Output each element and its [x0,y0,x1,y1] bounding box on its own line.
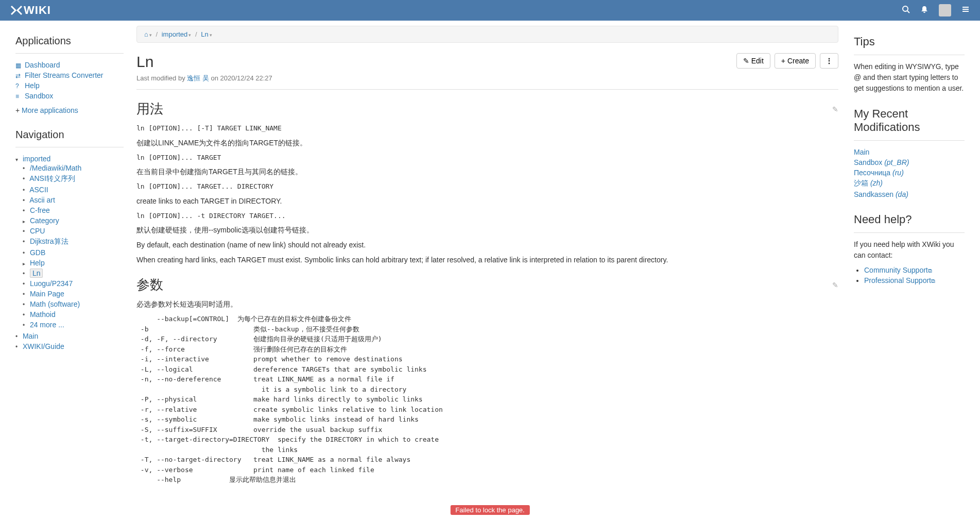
edit-button[interactable]: ✎ Edit [736,53,770,69]
action-buttons: ✎ Edit + Create ⋮ [736,53,838,69]
nav-item[interactable]: Help [30,259,45,267]
right-sidebar: Tips When editing in WYSIWYG, type @ and… [846,21,980,500]
help-links: Community Support⧉Professional Support⧉ [854,265,965,286]
caret-down-icon[interactable]: ▾ [188,32,191,38]
bullet-icon: • [23,280,28,288]
bullet-icon: • [15,343,21,350]
logo-icon [10,5,23,15]
recent-link[interactable]: Main [854,148,869,156]
more-menu-button[interactable]: ⋮ [820,53,838,69]
nav-item[interactable]: Mathoid [30,310,56,319]
search-icon[interactable] [902,5,910,15]
external-link-icon: ⧉ [931,278,935,284]
bullet-icon: • [23,270,28,277]
help-link[interactable]: Community Support⧉ [864,266,932,274]
hamburger-icon[interactable] [961,5,970,15]
recent-link[interactable]: Песочница (ru) [854,169,904,177]
nav-item[interactable]: Main Page [30,290,64,298]
bullet-icon: • [23,249,28,257]
nav-item[interactable]: Dijkstra算法 [30,237,68,245]
code-line: ln [OPTION]... [-T] TARGET LINK_NAME [136,123,838,133]
help-link[interactable]: Professional Support⧉ [864,276,935,285]
bullet-icon: • [23,165,28,172]
nav-item[interactable]: C-free [30,206,50,214]
recent-link[interactable]: Sandkassen (da) [854,190,908,198]
nav-item[interactable]: GDB [30,248,45,257]
bullet-icon: • [15,333,21,340]
caret-down-icon[interactable]: ▾ [15,157,21,162]
plus-icon: + [15,106,20,114]
nav-item[interactable]: 24 more ... [30,321,64,329]
bullet-icon: • [23,207,28,214]
section-heading: 参数 [136,276,163,294]
breadcrumb: ⌂▾ / imported▾ / Ln▾ [136,26,838,43]
nav-item[interactable]: Ln [30,269,43,278]
bullet-icon: • [23,187,28,194]
more-apps-link[interactable]: More applications [22,106,78,114]
author-link[interactable]: 逸恒 吴 [187,74,209,82]
app-link[interactable]: Help [25,81,40,90]
bullet-icon: • [23,301,28,308]
paragraph: 在当前目录中创建指向TARGET且与其同名的链接。 [136,166,838,177]
divider [15,53,124,54]
header-actions [902,4,970,16]
caret-right-icon[interactable]: ▸ [23,219,28,224]
svg-line-1 [907,11,909,13]
nav-root[interactable]: imported [23,155,50,163]
logo[interactable]: WIKI [10,4,51,17]
nav-item[interactable]: Ascii art [29,196,55,204]
app-icon: ⇄ [15,72,23,79]
code-block: --backup[=CONTROL] 为每个已存在的目标文件创建备份文件 -b … [136,314,838,485]
bullet-icon: • [23,291,28,298]
bullet-icon: • [23,228,28,235]
breadcrumb-home[interactable]: ⌂▾ [144,30,152,38]
nav-item[interactable]: Main [23,332,38,340]
app-link[interactable]: Filter Streams Converter [25,71,103,79]
main-content: ⌂▾ / imported▾ / Ln▾ Ln ✎ Edit + Create … [129,21,846,500]
applications-list: ▦Dashboard⇄Filter Streams Converter?Help… [15,60,124,101]
app-icon: ≡ [15,93,23,100]
nav-item[interactable]: Luogu/P2347 [30,279,73,288]
divider [854,55,965,55]
avatar[interactable] [939,4,951,16]
nav-item[interactable]: XWIKI/Guide [23,342,64,350]
page-title: Ln [136,53,153,71]
breadcrumb-item[interactable]: Ln [201,30,208,38]
app-link[interactable]: Dashboard [25,61,60,69]
tips-text: When editing in WYSIWYG, type @ and then… [854,61,965,94]
edit-label: Edit [751,57,764,65]
pencil-icon[interactable]: ✎ [832,281,838,289]
create-button[interactable]: + Create [775,53,816,69]
plus-icon: + [781,57,785,65]
caret-down-icon[interactable]: ▾ [149,32,152,38]
code-line: ln [OPTION]... -t DIRECTORY TARGET... [136,211,838,221]
app-icon: ? [15,82,23,90]
bell-icon[interactable] [920,5,929,15]
app-link[interactable]: Sandbox [25,92,53,100]
nav-item[interactable]: ASCII [29,186,48,194]
section-heading: 用法 [136,100,163,118]
home-icon: ⌂ [144,30,148,38]
nav-item[interactable]: ANSI转义序列 [29,174,75,182]
external-link-icon: ⧉ [928,268,932,274]
breadcrumb-item[interactable]: imported [162,30,188,38]
applications-heading: Applications [15,35,124,47]
nav-item[interactable]: /Mediawiki/Math [30,164,81,172]
divider [15,147,124,147]
pencil-icon[interactable]: ✎ [832,105,838,113]
recent-link[interactable]: 沙箱 (zh) [854,179,883,187]
divider [854,232,965,233]
nav-item[interactable]: CPU [30,227,45,235]
nav-item[interactable]: Math (software) [30,300,80,308]
paragraph: create links to each TARGET in DIRECTORY… [136,196,838,207]
paragraph: 必选参数对长短选项同时适用。 [136,299,838,310]
recent-link[interactable]: Sandbox (pt_BR) [854,158,909,166]
nav-item[interactable]: Category [30,216,59,225]
bullet-icon: • [23,197,28,204]
caret-right-icon[interactable]: ▸ [23,261,28,266]
bullet-icon: • [23,175,28,182]
caret-down-icon[interactable]: ▾ [210,32,212,38]
code-line: ln [OPTION]... TARGET... DIRECTORY [136,181,838,192]
left-sidebar: Applications ▦Dashboard⇄Filter Streams C… [0,21,129,500]
svg-point-0 [903,6,908,11]
